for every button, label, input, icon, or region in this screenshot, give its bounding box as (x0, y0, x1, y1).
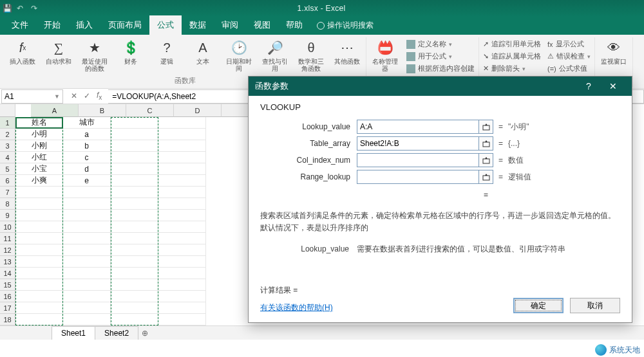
financial-button[interactable]: 💲 财务 (116, 39, 146, 65)
recent-functions-button[interactable]: ★ 最近使用的函数 (80, 39, 109, 72)
cell-A1[interactable]: 姓名 (15, 117, 63, 129)
use-in-formula-button[interactable]: 用于公式 ▾ (406, 51, 475, 62)
range-selector-button-3[interactable] (479, 170, 493, 184)
cell-A17[interactable] (15, 302, 63, 314)
cell-B3[interactable]: b (63, 140, 111, 152)
cell-B15[interactable] (63, 279, 111, 291)
lookup-button[interactable]: 🔎 查找与引用 (260, 39, 290, 72)
column-header-D[interactable]: D (174, 104, 222, 117)
cell-D4[interactable] (158, 152, 206, 163)
cell-A16[interactable] (15, 291, 63, 302)
cell-A5[interactable]: 小宝 (15, 163, 63, 175)
tab-file[interactable]: 文件 (4, 15, 36, 35)
tab-help[interactable]: 帮助 (278, 15, 310, 35)
cell-A12[interactable] (15, 244, 63, 256)
insert-function-button[interactable]: fx 插入函数 (8, 39, 37, 65)
row-header-3[interactable]: 3 (0, 140, 15, 152)
cell-C12[interactable] (111, 244, 158, 256)
cell-D9[interactable] (158, 210, 206, 221)
fx-icon[interactable]: fx (97, 91, 102, 101)
cell-B10[interactable] (63, 221, 111, 233)
cell-C15[interactable] (111, 279, 158, 291)
column-header-A[interactable]: A (31, 104, 79, 117)
cell-D11[interactable] (158, 233, 206, 244)
sheet-tab-1[interactable]: Sheet1 (52, 326, 95, 340)
function-help-link[interactable]: 有关该函数的帮助(H) (260, 303, 333, 312)
row-header-12[interactable]: 12 (0, 244, 15, 256)
cell-D5[interactable] (158, 163, 206, 175)
cell-D7[interactable] (158, 187, 206, 198)
cell-D15[interactable] (158, 279, 206, 291)
cell-B4[interactable]: c (63, 152, 111, 163)
cell-B17[interactable] (63, 302, 111, 314)
cell-B18[interactable] (63, 314, 111, 325)
cell-A4[interactable]: 小红 (15, 152, 63, 163)
range-selector-button-2[interactable] (479, 153, 493, 167)
cell-D17[interactable] (158, 302, 206, 314)
cell-D8[interactable] (158, 198, 206, 210)
cell-C1[interactable] (111, 117, 158, 129)
undo-icon[interactable]: ↶ (17, 4, 26, 13)
cell-B9[interactable] (63, 210, 111, 221)
cell-B14[interactable] (63, 268, 111, 279)
cell-A9[interactable] (15, 210, 63, 221)
calculation-button[interactable]: ▦ 计算 (637, 39, 644, 65)
cell-C13[interactable] (111, 256, 158, 268)
cell-D13[interactable] (158, 256, 206, 268)
name-box[interactable]: A1 ▼ (1, 89, 63, 104)
row-header-14[interactable]: 14 (0, 268, 15, 279)
row-header-10[interactable]: 10 (0, 221, 15, 233)
remove-arrows-button[interactable]: ✕删除箭头 ▾ (483, 63, 541, 74)
tell-me-search[interactable]: 操作说明搜索 (310, 16, 380, 35)
error-check-button[interactable]: ⚠错误检查 ▾ (547, 51, 591, 62)
cell-C16[interactable] (111, 291, 158, 302)
dialog-titlebar[interactable]: 函数参数 ? ✕ (249, 77, 632, 96)
range-selector-button-0[interactable] (479, 120, 493, 134)
cell-A2[interactable]: 小明 (15, 129, 63, 140)
row-header-13[interactable]: 13 (0, 256, 15, 268)
cell-B13[interactable] (63, 256, 111, 268)
cell-C17[interactable] (111, 302, 158, 314)
row-header-18[interactable]: 18 (0, 314, 15, 325)
cell-B1[interactable]: 城市 (63, 117, 111, 129)
cell-C5[interactable] (111, 163, 158, 175)
column-header-B[interactable]: B (79, 104, 126, 117)
cancel-button[interactable]: 取消 (570, 298, 620, 313)
cell-C14[interactable] (111, 268, 158, 279)
create-from-selection-button[interactable]: 根据所选内容创建 (406, 63, 475, 74)
cell-A3[interactable]: 小刚 (15, 140, 63, 152)
select-all-corner[interactable] (0, 104, 15, 117)
cell-A6[interactable]: 小爽 (15, 175, 63, 187)
cell-C10[interactable] (111, 221, 158, 233)
redo-icon[interactable]: ↷ (31, 4, 40, 13)
define-name-button[interactable]: 定义名称 ▾ (406, 39, 475, 50)
cell-C9[interactable] (111, 210, 158, 221)
save-icon[interactable]: 💾 (3, 4, 12, 13)
arg-input-2[interactable] (357, 153, 479, 167)
cell-B12[interactable] (63, 244, 111, 256)
cell-C8[interactable] (111, 198, 158, 210)
arg-input-3[interactable] (357, 170, 479, 184)
more-functions-button[interactable]: ⋯ 其他函数 (332, 39, 362, 65)
trace-dependents-button[interactable]: ➘追踪从属单元格 (483, 51, 541, 62)
cell-D18[interactable] (158, 314, 206, 325)
cell-C2[interactable] (111, 129, 158, 140)
cell-B8[interactable] (63, 198, 111, 210)
cell-A13[interactable] (15, 256, 63, 268)
show-formulas-button[interactable]: fx显示公式 (547, 39, 591, 50)
tab-formulas[interactable]: 公式 (149, 15, 182, 35)
datetime-button[interactable]: 🕑 日期和时间 (224, 39, 254, 72)
cell-C11[interactable] (111, 233, 158, 244)
cell-C6[interactable] (111, 175, 158, 187)
tab-home[interactable]: 开始 (36, 15, 68, 35)
cell-C4[interactable] (111, 152, 158, 163)
row-header-16[interactable]: 16 (0, 291, 15, 302)
row-header-7[interactable]: 7 (0, 187, 15, 198)
cell-D10[interactable] (158, 221, 206, 233)
name-manager-button[interactable]: 📛 名称管理器 (370, 39, 400, 72)
autosum-button[interactable]: ∑ 自动求和 (44, 39, 73, 65)
new-sheet-button[interactable]: ⊕ (138, 329, 152, 338)
row-header-8[interactable]: 8 (0, 198, 15, 210)
chevron-down-icon[interactable]: ▼ (54, 93, 60, 100)
row-header-4[interactable]: 4 (0, 152, 15, 163)
